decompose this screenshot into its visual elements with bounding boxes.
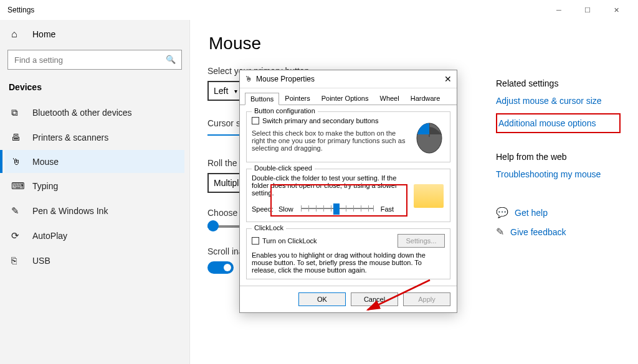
get-help-label: Get help: [515, 208, 548, 218]
button-config-desc: Select this check box to make the button…: [252, 129, 409, 152]
pen-icon: ✎: [11, 205, 24, 217]
keyboard-icon: ⌨: [11, 180, 24, 192]
sidebar-item-label: Typing: [32, 181, 58, 191]
usb-icon: ⎘: [11, 255, 24, 266]
related-settings: Related settings Adjust mouse & cursor s…: [496, 78, 621, 245]
checkbox-box: [252, 237, 259, 245]
ok-button[interactable]: OK: [298, 292, 346, 306]
close-button[interactable]: ✕: [602, 0, 631, 20]
highlight-box-speed: [270, 184, 407, 217]
mouse-icon: 🖰: [11, 156, 24, 167]
sidebar-item-label: Mouse: [32, 157, 59, 167]
dialog-tabs: Buttons Pointers Pointer Options Wheel H…: [240, 88, 457, 105]
dialog-title: Mouse Properties: [256, 75, 315, 83]
button-config-legend: Button configuration: [252, 107, 318, 114]
sidebar-item-bluetooth[interactable]: ⧉ Bluetooth & other devices: [5, 101, 184, 124]
mouse-properties-dialog: 🖰 Mouse Properties ✕ Buttons Pointers Po…: [239, 70, 457, 313]
titlebar: Settings ─ ☐ ✕: [0, 0, 638, 20]
sidebar-item-printers[interactable]: 🖶 Printers & scanners: [5, 126, 184, 149]
clicklock-legend: ClickLock: [252, 224, 286, 231]
window-title: Settings: [7, 6, 34, 14]
get-help-link[interactable]: 💬 Get help: [496, 207, 621, 218]
sidebar-item-label: AutoPlay: [32, 231, 67, 241]
sidebar-item-usb[interactable]: ⎘ USB: [5, 249, 184, 272]
slider-thumb[interactable]: [207, 220, 219, 231]
switch-buttons-checkbox[interactable]: Switch primary and secondary buttons: [252, 117, 378, 124]
mouse-illustration: [414, 117, 445, 154]
related-heading: Related settings: [496, 78, 621, 88]
select-value: Left: [214, 86, 228, 96]
sidebar-item-autoplay[interactable]: ⟳ AutoPlay: [5, 224, 184, 248]
doubleclick-group: Double-click speed Double-click the fold…: [246, 169, 450, 222]
printer-icon: 🖶: [11, 132, 24, 142]
clicklock-checkbox[interactable]: Turn on ClickLock: [252, 237, 317, 245]
sidebar-item-label: USB: [32, 256, 50, 266]
sidebar-item-label: Printers & scanners: [32, 133, 108, 142]
tab-buttons[interactable]: Buttons: [245, 93, 279, 105]
home-link[interactable]: ⌂ Home: [5, 22, 184, 46]
tab-pointer-options[interactable]: Pointer Options: [316, 92, 374, 105]
home-icon: ⌂: [11, 29, 24, 40]
mouse-icon: 🖰: [245, 75, 252, 83]
highlight-box-additional: Additional mouse options: [496, 113, 621, 133]
search-container: 🔍: [7, 50, 182, 70]
checkbox-box: [252, 117, 259, 124]
dialog-titlebar: 🖰 Mouse Properties ✕: [240, 70, 457, 88]
feedback-link[interactable]: ✎ Give feedback: [496, 226, 621, 238]
minimize-button[interactable]: ─: [545, 0, 573, 20]
devices-header: Devices: [5, 78, 184, 100]
chevron-down-icon: ▾: [234, 88, 237, 95]
dialog-button-row: OK Cancel Apply: [240, 286, 457, 312]
apply-button[interactable]: Apply: [403, 292, 450, 306]
tab-wheel[interactable]: Wheel: [374, 92, 405, 105]
page-title: Mouse: [209, 34, 621, 54]
clicklock-desc: Enables you to highlight or drag without…: [252, 251, 445, 274]
sidebar-item-label: Pen & Windows Ink: [32, 206, 108, 216]
autoplay-icon: ⟳: [11, 230, 24, 241]
adjust-cursor-link[interactable]: Adjust mouse & cursor size: [496, 96, 621, 106]
sidebar-item-mouse[interactable]: 🖰 Mouse: [5, 150, 184, 173]
troubleshoot-link[interactable]: Troubleshooting my mouse: [496, 169, 621, 179]
dialog-close-button[interactable]: ✕: [444, 74, 452, 84]
folder-test-target[interactable]: [414, 184, 444, 208]
tab-hardware[interactable]: Hardware: [405, 92, 446, 105]
clicklock-group: ClickLock Turn on ClickLock Settings... …: [246, 228, 450, 279]
checkbox-label: Switch primary and secondary buttons: [262, 117, 378, 124]
search-icon: 🔍: [166, 55, 176, 64]
sidebar-item-label: Bluetooth & other devices: [32, 108, 132, 118]
additional-options-link[interactable]: Additional mouse options: [498, 118, 618, 128]
button-config-group: Button configuration Switch primary and …: [246, 111, 450, 162]
tab-pointers[interactable]: Pointers: [279, 92, 315, 105]
feedback-icon: ✎: [496, 226, 504, 238]
bluetooth-icon: ⧉: [11, 107, 24, 118]
checkbox-label: Turn on ClickLock: [262, 237, 317, 245]
home-label: Home: [32, 29, 55, 39]
sidebar-item-typing[interactable]: ⌨ Typing: [5, 174, 184, 198]
maximize-button[interactable]: ☐: [573, 0, 602, 20]
clicklock-settings-button[interactable]: Settings...: [398, 234, 445, 248]
doubleclick-legend: Double-click speed: [252, 164, 315, 172]
cancel-button[interactable]: Cancel: [351, 292, 398, 306]
sidebar-item-pen[interactable]: ✎ Pen & Windows Ink: [5, 199, 184, 223]
help-icon: 💬: [496, 207, 508, 218]
scroll-inactive-toggle[interactable]: [207, 261, 234, 274]
webhelp-heading: Help from the web: [496, 152, 621, 162]
sidebar: ⌂ Home 🔍 Devices ⧉ Bluetooth & other dev…: [0, 20, 190, 364]
search-input[interactable]: [7, 50, 182, 70]
feedback-label: Give feedback: [510, 227, 566, 237]
tab-underline: [207, 134, 242, 136]
